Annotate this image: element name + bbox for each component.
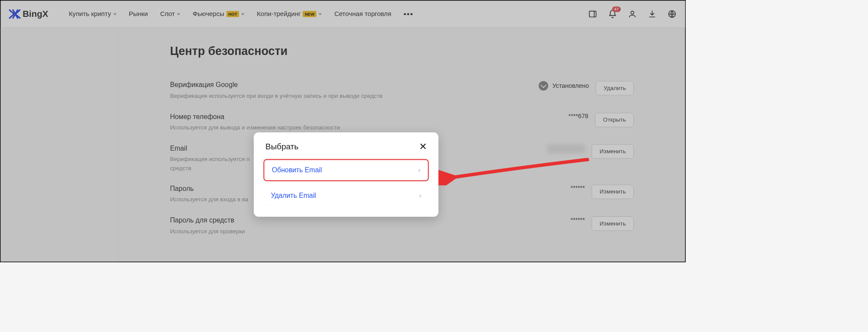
option-label: Обновить Email (272, 166, 322, 174)
modal-overlay[interactable] (1, 1, 685, 262)
modal-title: Выбрать (265, 142, 298, 151)
select-modal: Выбрать ✕ Обновить Email › Удалить Email… (254, 132, 439, 217)
option-update-email[interactable]: Обновить Email › (263, 159, 429, 181)
chevron-right-icon: › (418, 166, 420, 174)
close-icon[interactable]: ✕ (419, 142, 427, 151)
option-label: Удалить Email (271, 191, 316, 199)
chevron-right-icon: › (419, 191, 421, 199)
option-delete-email[interactable]: Удалить Email › (263, 185, 429, 206)
